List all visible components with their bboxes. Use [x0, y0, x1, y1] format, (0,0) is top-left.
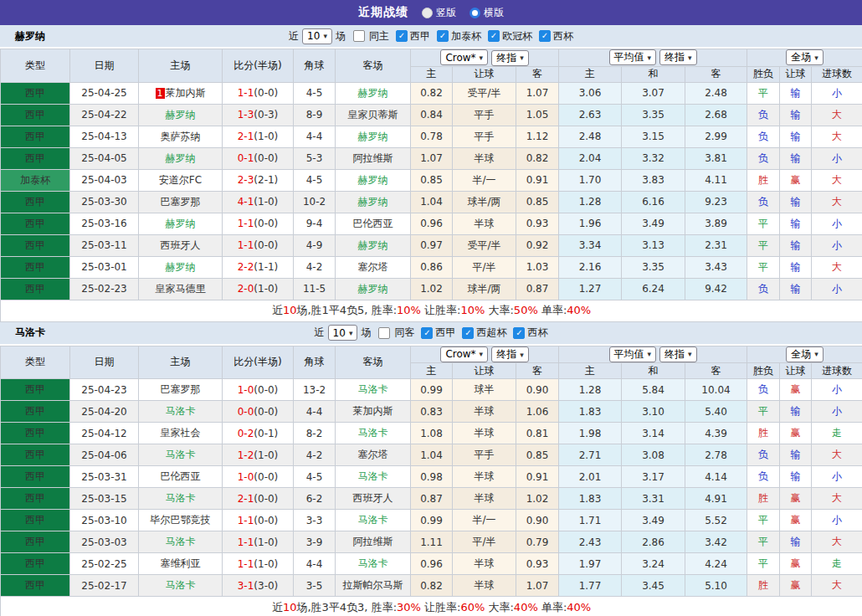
table-row: 西甲25-02-17马洛卡3-1(3-0)3-5拉斯帕尔马斯0.82半球1.07… — [1, 575, 862, 597]
result-outcome: 胜 — [747, 488, 780, 510]
summary-text: 场,胜1平4负5, 胜率: — [296, 304, 397, 316]
match-date: 25-03-01 — [70, 256, 139, 278]
chevron-down-icon: ▾ — [349, 329, 353, 337]
vertical-radio-icon[interactable] — [422, 8, 433, 18]
recent-count-select[interactable]: 10▾ — [328, 325, 358, 341]
summary-cell: 近10场,胜1平4负5, 胜率:10% 让胜率:10% 大率:50% 单率:40… — [1, 300, 862, 321]
league-checkbox[interactable]: ✓ — [488, 30, 500, 42]
avg-home-odds: 1.96 — [559, 213, 622, 234]
away-odds: 0.81 — [516, 423, 559, 444]
result-handicap: 赢 — [780, 553, 812, 575]
away-odds: 1.05 — [516, 104, 559, 126]
away-team-name: 塞尔塔 — [358, 261, 388, 273]
away-odds: 0.82 — [516, 147, 559, 169]
summary-text: 10 — [283, 304, 297, 316]
odds-stage-select[interactable]: 终指▾ — [491, 50, 529, 66]
filter-controls: 近10▾场同主✓西甲✓加泰杯✓欧冠杯✓西杯 — [287, 28, 575, 44]
league-checkbox[interactable]: ✓ — [539, 30, 551, 42]
home-team: 赫罗纳 — [139, 104, 223, 126]
match-date: 25-02-17 — [70, 575, 139, 597]
avg-away-odds: 10.04 — [685, 379, 747, 401]
avg-source-select[interactable]: 平均值▾ — [609, 49, 657, 65]
away-team-name: 赫罗纳 — [358, 196, 388, 208]
same-venue-checkbox[interactable] — [353, 30, 365, 42]
match-date: 25-03-30 — [70, 191, 139, 213]
match-type: 西甲 — [1, 379, 70, 401]
corners-cell: 4-5 — [294, 169, 336, 191]
summary-text: 60% — [460, 601, 485, 613]
odds-company-select[interactable]: Crow*▾ — [440, 346, 488, 362]
avg-draw-odds: 3.24 — [622, 553, 685, 575]
avg-stage-select[interactable]: 终指▾ — [659, 49, 697, 65]
result-handicap: 输 — [780, 256, 812, 278]
odds-company-select[interactable]: Crow*▾ — [440, 49, 488, 65]
away-team-name: 西班牙人 — [353, 492, 393, 504]
away-team-name: 巴伦西亚 — [353, 218, 393, 229]
away-team: 阿拉维斯 — [336, 531, 411, 553]
team-sections: 赫罗纳近10▾场同主✓西甲✓加泰杯✓欧冠杯✓西杯类型日期主场比分(半场)角球客场… — [0, 25, 862, 616]
home-team: 西班牙人 — [139, 234, 223, 256]
handicap: 半球 — [453, 488, 516, 510]
score-cell: 3-1(3-0) — [223, 575, 294, 597]
half-time-score: (1-1) — [254, 261, 278, 273]
handicap: 半/一 — [453, 510, 516, 531]
match-type: 西甲 — [1, 444, 70, 466]
league-checkbox[interactable]: ✓ — [462, 327, 474, 339]
result-goals: 小 — [812, 379, 862, 401]
home-odds: 1.08 — [411, 423, 453, 444]
away-team-name: 赫罗纳 — [358, 131, 388, 142]
table-header: 类型日期主场比分(半场)角球客场Crow*▾终指▾平均值▾终指▾全场▾主让球客主… — [1, 49, 862, 83]
away-team-name: 马洛卡 — [358, 514, 388, 526]
layout-horizontal-option[interactable]: 横版 — [469, 6, 504, 20]
recent-count-select[interactable]: 10▾ — [302, 28, 332, 44]
handicap: 半球 — [453, 147, 516, 169]
league-checkbox[interactable]: ✓ — [513, 327, 525, 339]
table-footer: 近10场,胜1平4负5, 胜率:10% 让胜率:10% 大率:50% 单率:40… — [1, 300, 862, 321]
avg-away-odds: 4.91 — [685, 488, 747, 510]
avg-draw-odds: 3.49 — [622, 510, 685, 531]
avg-away-odds: 3.89 — [685, 213, 747, 234]
sub-column-header: 客 — [516, 363, 559, 379]
result-goals: 小 — [812, 278, 862, 300]
result-goals: 小 — [812, 466, 862, 488]
home-team: 赫罗纳 — [139, 147, 223, 169]
avg-home-odds: 1.28 — [559, 379, 622, 401]
league-checkbox[interactable]: ✓ — [437, 30, 449, 42]
table-row: 西甲25-04-13奥萨苏纳2-1(1-0)4-4赫罗纳0.78平手1.122.… — [1, 126, 862, 147]
avg-stage-select[interactable]: 终指▾ — [659, 346, 697, 362]
avg-away-odds: 4.11 — [685, 169, 747, 191]
same-venue-checkbox[interactable] — [378, 327, 390, 339]
score-cell: 1-1(1-0) — [223, 553, 294, 575]
result-handicap: 输 — [780, 401, 812, 423]
away-team-name: 阿拉维斯 — [353, 536, 393, 547]
league-checkbox[interactable]: ✓ — [396, 30, 408, 42]
league-checkbox[interactable]: ✓ — [421, 327, 433, 339]
full-time-score: 1-1 — [238, 239, 254, 251]
home-team: 塞维利亚 — [139, 553, 223, 575]
summary-text: 大率: — [485, 304, 514, 316]
scope-select[interactable]: 全场▾ — [786, 49, 824, 65]
table-row: 西甲25-04-23巴塞罗那1-0(0-0)13-2马洛卡0.99球半0.901… — [1, 379, 862, 401]
avg-away-odds: 3.42 — [685, 531, 747, 553]
full-time-score: 2-1 — [238, 131, 254, 142]
odds-stage-select[interactable]: 终指▾ — [491, 346, 529, 362]
full-time-score: 2-3 — [238, 174, 254, 186]
avg-home-odds: 2.71 — [559, 444, 622, 466]
half-time-score: (1-0) — [254, 558, 278, 570]
result-outcome: 平 — [747, 510, 780, 531]
result-goals: 大 — [812, 126, 862, 147]
chevron-down-icon: ▾ — [814, 350, 818, 358]
avg-source-select[interactable]: 平均值▾ — [609, 346, 657, 362]
horizontal-radio-icon[interactable] — [469, 8, 480, 18]
result-outcome: 平 — [747, 234, 780, 256]
match-date: 25-04-05 — [70, 147, 139, 169]
chevron-down-icon: ▾ — [323, 32, 327, 40]
same-venue-label: 同主 — [369, 29, 389, 44]
scope-select[interactable]: 全场▾ — [786, 346, 824, 362]
corners-cell: 4-4 — [294, 401, 336, 423]
avg-away-odds: 5.10 — [685, 575, 747, 597]
corners-cell: 4-2 — [294, 256, 336, 278]
handicap: 半球 — [453, 575, 516, 597]
home-team: 巴塞罗那 — [139, 191, 223, 213]
layout-vertical-option[interactable]: 竖版 — [422, 6, 456, 20]
